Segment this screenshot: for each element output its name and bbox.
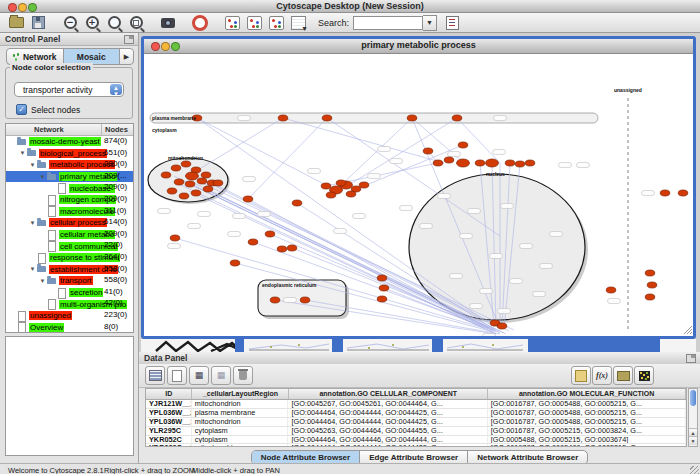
expander-icon[interactable]: ▼ <box>38 278 47 284</box>
table-cell: YLR295C <box>146 427 192 435</box>
table-cell: YPL036W__2 <box>146 409 192 417</box>
new-attribute-icon[interactable] <box>167 366 187 385</box>
manage-networks-icon[interactable] <box>288 14 308 32</box>
background-window-edge <box>235 339 244 352</box>
status-bar: Welcome to Cytoscape 2.8.1 Right-click +… <box>0 463 700 474</box>
network-canvas[interactable]: plasma membranecytoplasmmitochondrionnuc… <box>144 54 693 336</box>
network-icon-3[interactable] <box>266 14 286 32</box>
zoom-out-icon[interactable]: − <box>60 14 80 32</box>
tree-row[interactable]: ▼metabolic process280(0) <box>6 159 133 171</box>
expander-icon[interactable]: ▼ <box>38 174 47 180</box>
app-titlebar: Cytoscape Desktop (New Session) <box>0 0 700 13</box>
file-icon <box>57 184 67 192</box>
tree-row-count: 41(0) <box>104 287 123 296</box>
unselect-attributes-icon[interactable]: ▦ <box>211 366 231 385</box>
select-nodes-label: Select nodes <box>31 105 80 115</box>
folder-icon <box>27 149 37 157</box>
tree-row[interactable]: ▼establishment of lo558(0) <box>6 264 133 276</box>
expander-icon[interactable]: ▼ <box>28 220 37 226</box>
select-attributes-icon[interactable]: ▦ <box>189 366 209 385</box>
tree-row[interactable]: cellular metabo209(0) <box>6 229 133 241</box>
column-header[interactable]: _cellularLayoutRegion <box>192 389 289 399</box>
network-icon-1[interactable] <box>222 14 242 32</box>
expander-icon[interactable]: ▼ <box>18 150 27 156</box>
tree-row[interactable]: response to stimulu264(0) <box>6 252 133 264</box>
tree-row[interactable]: Overview8(0) <box>6 322 133 334</box>
tree-row-count: 22(0) <box>104 240 123 249</box>
expander-icon[interactable]: ▼ <box>28 162 37 168</box>
tab-overflow-arrow-icon[interactable]: ▶ <box>120 49 133 64</box>
select-nodes-checkbox[interactable]: ✓ <box>16 104 27 115</box>
tree-row[interactable]: ▼transport558(0) <box>6 275 133 287</box>
zoom-in-icon[interactable]: + <box>82 14 102 32</box>
column-header[interactable]: annotation.GO MOLECULAR_FUNCTION <box>488 389 686 399</box>
float-panel-icon[interactable] <box>124 35 134 44</box>
mdi-desktop: primary metabolic process plasma membran… <box>139 33 700 352</box>
save-icon[interactable] <box>28 14 48 32</box>
tree-row[interactable]: mosaic-demo-yeast874(0) <box>6 136 133 148</box>
table-cell: mitochondrion <box>192 444 289 447</box>
resize-grip[interactable] <box>690 466 699 474</box>
open-file-icon[interactable] <box>6 14 26 32</box>
column-header[interactable]: annotation.GO CELLULAR_COMPONENT <box>289 389 488 399</box>
tree-row[interactable]: macromolecule311(0) <box>6 206 133 218</box>
advanced-search-icon[interactable] <box>442 14 462 32</box>
tree-row[interactable]: cell communicat22(0) <box>6 240 133 252</box>
scroll-down-icon[interactable]: ▼ <box>689 436 697 445</box>
network-icon-2[interactable] <box>244 14 264 32</box>
main-toolbar: − + Search: ▼ <box>0 13 700 33</box>
column-header[interactable]: ID <box>146 389 192 399</box>
attribute-table[interactable]: ID_cellularLayoutRegionannotation.GO CEL… <box>145 388 687 447</box>
tree-row[interactable]: unassigned223(0) <box>6 310 133 322</box>
snapshot-icon[interactable] <box>158 14 178 32</box>
table-row[interactable]: YKR052Ccytoplasm[GO:0044464, GO:0044446,… <box>146 436 686 445</box>
import-attributes-icon[interactable] <box>613 366 633 385</box>
tree-row[interactable]: ▼biological_process651(0) <box>6 148 133 160</box>
table-scrollbar[interactable]: ▲ ▼ <box>688 388 698 447</box>
attribute-table-header[interactable]: ID_cellularLayoutRegionannotation.GO CEL… <box>146 389 686 400</box>
control-panel-title: Control Panel <box>5 34 60 44</box>
network-tab-icon <box>13 53 20 60</box>
node-color-dropdown[interactable]: transporter activity ▲▼ <box>14 82 124 97</box>
attribute-panel-icon[interactable] <box>145 366 165 385</box>
table-row[interactable]: YJR121W__1mitochondrion[GO:0045267, GO:0… <box>146 400 686 409</box>
tree-row-count: 42(0) <box>104 298 123 307</box>
delete-attribute-icon[interactable] <box>233 366 253 385</box>
table-row[interactable]: YPL036W__2plasma membrane[GO:0044464, GO… <box>146 409 686 418</box>
table-row[interactable]: YPL036W__1mitochondrion[GO:0044464, GO:0… <box>146 418 686 427</box>
network-view-window[interactable]: primary metabolic process plasma membran… <box>141 36 696 339</box>
tree-row[interactable]: multi-organism pro42(0) <box>6 298 133 310</box>
float-panel-icon[interactable] <box>686 354 696 363</box>
search-dropdown-icon[interactable]: ▼ <box>423 15 437 31</box>
tree-row[interactable]: ▼cellular process614(0) <box>6 217 133 229</box>
file-icon <box>47 242 57 250</box>
tree-row-label: secretion <box>69 288 103 297</box>
tree-row[interactable]: ▼primary metabo209(... <box>6 171 133 183</box>
tree-row-count: 558(0) <box>104 275 127 284</box>
tree-row[interactable]: nucleobase-209(0) <box>6 182 133 194</box>
function-builder-icon[interactable]: f(x) <box>592 366 612 385</box>
help-icon[interactable] <box>190 14 210 32</box>
table-row[interactable]: YDR039C__1mitochondrion[GO:0044464, GO:0… <box>146 444 686 447</box>
tree-row[interactable]: nitrogen compo209(0) <box>6 194 133 206</box>
svg-text:cytoplasm: cytoplasm <box>152 127 177 133</box>
search-input[interactable] <box>353 16 423 30</box>
expander-icon[interactable]: ▼ <box>28 266 37 272</box>
zoom-selected-icon[interactable] <box>126 14 146 32</box>
zoom-fit-icon[interactable] <box>104 14 124 32</box>
tree-row[interactable]: secretion41(0) <box>6 287 133 299</box>
folder-icon <box>47 277 57 285</box>
table-row[interactable]: YLR295Ccytoplasm[GO:0045263, GO:0044464,… <box>146 427 686 436</box>
table-cell: [GO:0044464, GO:0044444, GO:0044425, G..… <box>288 418 487 426</box>
annotation-icon[interactable] <box>571 366 591 385</box>
scrollbar-thumb[interactable] <box>690 390 696 406</box>
tree-row-count: 223(0) <box>104 310 127 319</box>
tree-row-count: 874(0) <box>104 136 127 145</box>
tab-network[interactable]: Network <box>7 49 64 64</box>
tab-mosaic[interactable]: Mosaic <box>64 49 121 64</box>
network-window-titlebar[interactable]: primary metabolic process <box>144 39 693 54</box>
search-area: Search: ▼ <box>318 15 437 31</box>
group-title: Node color selection <box>10 63 93 72</box>
matrix-icon[interactable] <box>634 366 654 385</box>
table-cell: [GO:0016787, GO:0005215, GO:0003824, G..… <box>488 427 686 435</box>
